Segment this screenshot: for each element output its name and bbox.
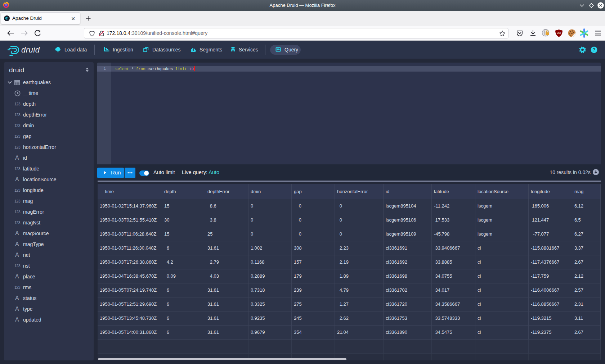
svg-text:UO: UO <box>557 31 561 35</box>
svg-text:?: ? <box>593 47 596 53</box>
